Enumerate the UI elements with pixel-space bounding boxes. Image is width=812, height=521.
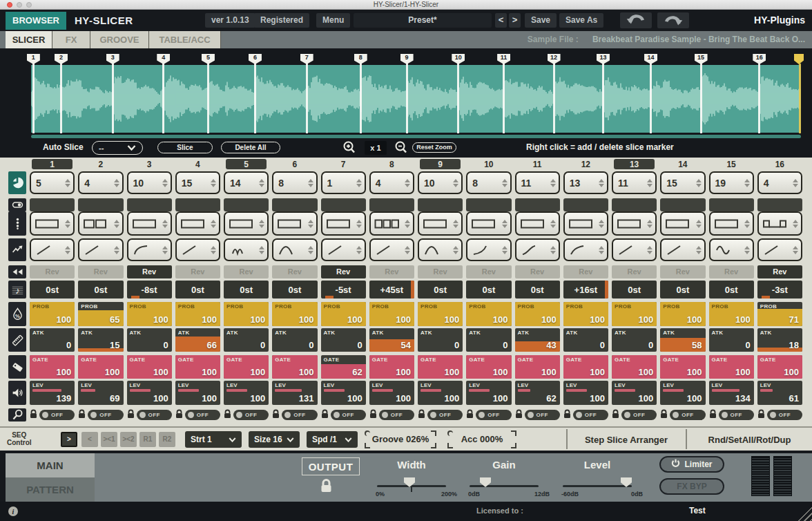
stepper-arrows[interactable] (647, 173, 652, 193)
stepper-arrows[interactable] (793, 240, 798, 260)
padlock-icon[interactable] (418, 409, 425, 421)
arrow-up-icon[interactable] (502, 220, 508, 223)
atk-cell[interactable]: ATK0 (127, 328, 172, 352)
arrow-down-icon[interactable] (696, 225, 702, 228)
step-active-bar[interactable] (709, 198, 754, 211)
arrow-up-icon[interactable] (550, 179, 556, 182)
divide-stepper[interactable] (272, 211, 317, 236)
arrow-up-icon[interactable] (599, 246, 604, 249)
step-active-bar[interactable] (127, 198, 172, 211)
prob-cell[interactable]: PROB100 (175, 302, 220, 326)
info-icon[interactable]: i (8, 506, 18, 516)
tab-table-acc[interactable]: TABLE/ACC (149, 31, 221, 48)
atk-cell[interactable]: ATK66 (175, 328, 220, 352)
arrow-up-icon[interactable] (308, 220, 313, 223)
padlock-icon[interactable] (563, 409, 571, 421)
slice-marker-line[interactable] (457, 64, 459, 133)
tab-fx[interactable]: FX (52, 31, 90, 48)
divide-stepper[interactable] (757, 211, 802, 236)
step-active-bar[interactable] (175, 198, 220, 211)
step-off-toggle[interactable]: OFF (525, 410, 560, 420)
arrow-down-icon[interactable] (211, 251, 216, 254)
stepper-arrows[interactable] (356, 213, 362, 234)
arrow-down-icon[interactable] (502, 251, 508, 254)
arrow-down-icon[interactable] (65, 225, 70, 228)
arrow-up-icon[interactable] (211, 179, 216, 182)
pattern-view-button[interactable]: PATTERN (6, 477, 95, 502)
limiter-toggle-button[interactable]: Limiter (659, 456, 724, 473)
stepper-arrows[interactable] (744, 213, 750, 234)
arrow-down-icon[interactable] (502, 225, 508, 228)
start-step-dropdown[interactable]: Strt 1 (185, 431, 242, 448)
slice-marker-flag[interactable]: 14 (644, 54, 657, 64)
stepper-arrows[interactable] (405, 213, 410, 234)
slice-number-stepper[interactable]: 5 (30, 171, 75, 194)
arrow-down-icon[interactable] (162, 225, 168, 228)
slice-marker-flag[interactable]: 13 (597, 54, 610, 64)
padlock-icon[interactable] (612, 409, 619, 421)
slice-marker-flag[interactable]: 6 (249, 54, 262, 64)
slice-marker-flag[interactable]: 12 (548, 54, 561, 64)
auto-slice-dropdown[interactable]: -- (92, 141, 143, 155)
step-off-toggle[interactable]: OFF (621, 410, 657, 420)
slice-marker-line[interactable] (406, 64, 408, 133)
slice-marker-flag[interactable]: 1 (27, 54, 40, 64)
stepper-arrows[interactable] (453, 240, 458, 260)
curve-stepper[interactable] (709, 238, 754, 261)
arrow-up-icon[interactable] (356, 179, 362, 182)
curve-stepper[interactable] (660, 238, 705, 261)
arrow-up-icon[interactable] (356, 246, 362, 249)
level-cell[interactable]: LEV100 (369, 381, 414, 405)
slice-marker-line[interactable] (162, 64, 164, 133)
arrow-up-icon[interactable] (793, 179, 798, 182)
reverse-button[interactable]: Rev (418, 265, 463, 278)
step-off-toggle[interactable]: OFF (185, 410, 220, 420)
slice-number-stepper[interactable]: 11 (515, 171, 560, 194)
arrow-up-icon[interactable] (550, 220, 556, 223)
browser-button[interactable]: BROWSER (6, 12, 66, 30)
prob-cell[interactable]: PROB100 (272, 302, 317, 326)
reverse-button[interactable]: Rev (757, 265, 802, 278)
stepper-arrows[interactable] (744, 240, 750, 260)
step-off-toggle[interactable]: OFF (282, 410, 317, 420)
divide-stepper[interactable] (660, 211, 705, 236)
stepper-arrows[interactable] (114, 213, 119, 234)
curve-stepper[interactable] (757, 238, 802, 261)
arrow-up-icon[interactable] (162, 179, 168, 182)
slice-marker-flag[interactable]: 4 (157, 54, 170, 64)
reverse-button[interactable]: Rev (321, 265, 366, 278)
arrow-up-icon[interactable] (114, 220, 119, 223)
arrow-down-icon[interactable] (308, 184, 313, 187)
arrow-up-icon[interactable] (405, 179, 410, 182)
atk-cell[interactable]: ATK18 (757, 328, 802, 352)
arrow-up-icon[interactable] (696, 246, 702, 249)
gain-slider-handle[interactable] (480, 477, 491, 487)
slice-number-stepper[interactable]: 4 (369, 171, 414, 194)
slice-number-stepper[interactable]: 19 (709, 171, 754, 194)
arrow-up-icon[interactable] (65, 220, 70, 223)
reverse-button[interactable]: Rev (175, 265, 220, 278)
stepper-arrows[interactable] (65, 173, 70, 193)
gate-cell[interactable]: GATE100 (127, 355, 172, 379)
arrow-up-icon[interactable] (599, 179, 604, 182)
slice-marker-line[interactable] (700, 64, 702, 133)
divide-stepper[interactable] (418, 211, 463, 236)
padlock-icon[interactable] (466, 409, 474, 421)
play-direction-backward-button[interactable]: < (81, 432, 98, 447)
curve-stepper[interactable] (612, 238, 657, 261)
curve-stepper[interactable] (30, 238, 75, 261)
level-slider-handle[interactable] (621, 477, 632, 487)
prob-cell[interactable]: PROB65 (78, 302, 123, 326)
stepper-arrows[interactable] (647, 213, 652, 234)
save-as-button[interactable]: Save As (559, 13, 603, 28)
slice-number-stepper[interactable]: 15 (175, 171, 220, 194)
arrow-down-icon[interactable] (502, 184, 508, 187)
level-cell[interactable]: LEV100 (563, 381, 608, 405)
stepper-arrows[interactable] (550, 213, 556, 234)
width-slider-track[interactable] (377, 485, 446, 487)
arrow-up-icon[interactable] (647, 179, 652, 182)
level-cell[interactable]: LEV100 (321, 381, 366, 405)
prob-cell[interactable]: PROB100 (709, 302, 754, 326)
level-cell[interactable]: LEV100 (612, 381, 657, 405)
arrow-up-icon[interactable] (162, 220, 168, 223)
